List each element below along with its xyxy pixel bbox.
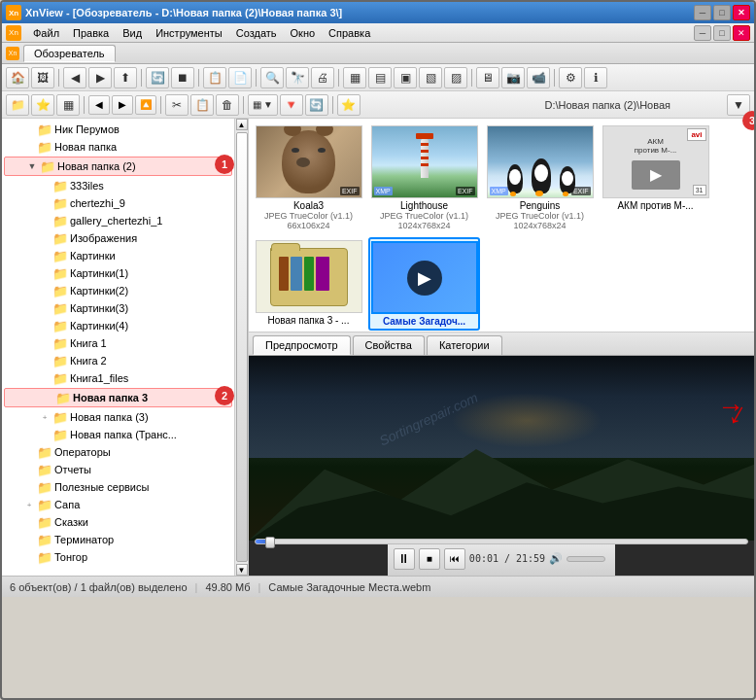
folder-icon: 📁 xyxy=(37,497,52,512)
menu-file[interactable]: Файл xyxy=(27,25,65,41)
tb-refresh[interactable]: 🔄 xyxy=(146,67,169,88)
tb-monitor[interactable]: 🖥 xyxy=(476,67,499,88)
tree-item-novaya[interactable]: 📁 Новая папка xyxy=(2,138,234,156)
tb-video[interactable]: 📹 xyxy=(527,67,550,88)
tb-star2[interactable]: ⭐ xyxy=(337,94,361,116)
tree-item-services[interactable]: 📁 Полезные сервисы xyxy=(2,478,234,496)
sidebar-scrollbar[interactable]: ▲ ▼ xyxy=(235,119,249,576)
tree-item-terminator[interactable]: 📁 Терминатор xyxy=(2,531,234,548)
tb-slide4[interactable]: ▧ xyxy=(419,67,442,88)
tree-item-novaya3b[interactable]: + 📁 Новая папка (3) xyxy=(2,408,234,426)
tb-camera[interactable]: 📷 xyxy=(501,67,525,88)
tree-label: Сапа xyxy=(54,499,80,510)
tab-categories[interactable]: Категории xyxy=(427,335,502,355)
child-maximize[interactable]: □ xyxy=(713,25,731,41)
nav-forward[interactable]: ▶ xyxy=(112,95,133,115)
volume-bar[interactable] xyxy=(567,556,605,562)
tb-slide2[interactable]: ▤ xyxy=(368,67,392,88)
tab-explorer[interactable]: Обозреватель xyxy=(23,45,116,62)
menu-window[interactable]: Окно xyxy=(285,25,322,41)
prev-button[interactable]: ⏮ xyxy=(444,548,465,570)
tb-next[interactable]: ▶ xyxy=(88,67,112,88)
tb-info[interactable]: ℹ xyxy=(584,67,607,88)
tb-folder-up[interactable]: 📁 xyxy=(6,94,29,116)
nav-up[interactable]: 🔼 xyxy=(135,95,156,115)
stop-button[interactable]: ■ xyxy=(419,548,440,570)
tree-item-operators[interactable]: 📁 Операторы xyxy=(2,443,234,461)
tb-views[interactable]: ▦ xyxy=(56,94,80,116)
tb-back[interactable]: 🏠 xyxy=(6,67,29,88)
tb-binoculars[interactable]: 🔭 xyxy=(286,67,309,88)
tree-item-nik[interactable]: 📁 Ник Перумов xyxy=(2,121,234,138)
folder-icon: 📁 xyxy=(37,532,52,547)
tree-item-pics3[interactable]: 📁 Картинки(3) xyxy=(2,299,234,317)
menu-help[interactable]: Справка xyxy=(323,25,376,41)
tb-addr-go[interactable]: ▼ xyxy=(727,94,750,116)
tb-star[interactable]: ⭐ xyxy=(31,94,54,116)
tree-item-gallery[interactable]: 📁 gallery_chertezhi_1 xyxy=(2,212,234,229)
maximize-button[interactable]: □ xyxy=(713,5,731,20)
tree-item-tales[interactable]: 📁 Сказки xyxy=(2,513,234,531)
menu-create[interactable]: Создать xyxy=(230,25,283,41)
tb-slide1[interactable]: ▦ xyxy=(343,67,366,88)
tb-refresh2[interactable]: 🔄 xyxy=(305,94,328,116)
tree-item-novaya2[interactable]: ▼ 📁 Новая папка (2) xyxy=(4,157,232,176)
tree-item-novaya3[interactable]: 📁 Новая папка 3 xyxy=(4,388,232,407)
menu-tools[interactable]: Инструменты xyxy=(150,25,228,41)
tree-item-novayat[interactable]: 📁 Новая папка (Транс... xyxy=(2,426,234,443)
thumb-akm[interactable]: АКМпротив М-... ▶ avi 31 АКМ против М-..… xyxy=(600,122,711,214)
progress-handle[interactable] xyxy=(265,537,275,548)
tb-paste[interactable]: 📄 xyxy=(228,67,252,88)
tb-find[interactable]: 🔍 xyxy=(260,67,284,88)
tb-copy2[interactable]: 📋 xyxy=(190,94,214,116)
thumb-folder[interactable]: Новая папка 3 - ... xyxy=(253,237,364,329)
tree-item-reports[interactable]: 📁 Отчеты xyxy=(2,461,234,478)
tb-stop[interactable]: ⏹ xyxy=(171,67,194,88)
close-button[interactable]: ✕ xyxy=(733,5,750,20)
child-minimize[interactable]: ─ xyxy=(694,25,711,41)
thumb-lighthouse[interactable]: XMP EXIF Lighthouse JPEG TrueColor (v1.1… xyxy=(368,122,480,233)
tree-item-pics4[interactable]: 📁 Картинки(4) xyxy=(2,317,234,334)
tree-item-book1f[interactable]: 📁 Книга1_files xyxy=(2,369,234,387)
tb-photos[interactable]: 🖼 xyxy=(31,67,54,88)
tb-up[interactable]: ⬆ xyxy=(114,67,137,88)
minimize-button[interactable]: ─ xyxy=(694,5,711,20)
tb-cut[interactable]: ✂ xyxy=(165,94,189,116)
tree-item-pics1[interactable]: 📁 Картинки(1) xyxy=(2,264,234,282)
tree-item-333[interactable]: 📁 333iles xyxy=(2,177,234,194)
thumb-penguins-name: Penguins xyxy=(520,200,561,211)
scroll-up[interactable]: ▲ xyxy=(236,119,248,130)
tree-item-pics[interactable]: 📁 Картинки xyxy=(2,247,234,264)
tb-delete[interactable]: 🗑 xyxy=(216,94,239,116)
volume-button[interactable]: 🔊 xyxy=(549,552,563,565)
tb-prev[interactable]: ◀ xyxy=(63,67,86,88)
menu-view[interactable]: Вид xyxy=(117,25,148,41)
tree-item-book1[interactable]: 📁 Книга 1 xyxy=(2,334,234,352)
tb-gear[interactable]: ⚙ xyxy=(559,67,582,88)
progress-track[interactable] xyxy=(255,539,748,544)
tree-item-tongor[interactable]: 📁 Тонгор xyxy=(2,548,234,566)
tree-label: chertezhi_9 xyxy=(70,197,125,209)
thumb-video[interactable]: ▶ Самые Загадоч... 3 xyxy=(368,237,480,331)
tree-item-pics2[interactable]: 📁 Картинки(2) xyxy=(2,282,234,299)
tb-filter[interactable]: 🔻 xyxy=(280,94,303,116)
tab-preview[interactable]: Предпросмотр xyxy=(253,335,351,355)
tb-copy[interactable]: 📋 xyxy=(203,67,226,88)
tb-slide3[interactable]: ▣ xyxy=(394,67,417,88)
thumb-koala[interactable]: EXIF Koala3 JPEG TrueColor (v1.1) 66x106… xyxy=(253,122,364,233)
nav-back[interactable]: ◀ xyxy=(88,95,110,115)
pause-button[interactable]: ⏸ xyxy=(394,548,415,570)
tb-slide5[interactable]: ▨ xyxy=(444,67,467,88)
tb-print[interactable]: 🖨 xyxy=(311,67,334,88)
tree-item-book2[interactable]: 📁 Книга 2 xyxy=(2,352,234,369)
scroll-down[interactable]: ▼ xyxy=(236,564,248,576)
tab-properties[interactable]: Свойства xyxy=(353,335,425,355)
view-mode-dropdown[interactable]: ▦▼ xyxy=(248,94,278,116)
tree-item-chert9[interactable]: 📁 chertezhi_9 xyxy=(2,194,234,212)
tree-item-sapa[interactable]: + 📁 Сапа xyxy=(2,496,234,513)
menu-edit[interactable]: Правка xyxy=(67,25,115,41)
tree-item-images[interactable]: 📁 Изображения xyxy=(2,229,234,247)
child-close[interactable]: ✕ xyxy=(733,25,750,41)
thumb-penguins[interactable]: XMP EXIF Penguins JPEG TrueColor (v1.1) … xyxy=(484,122,596,233)
scroll-thumb[interactable] xyxy=(236,132,248,562)
